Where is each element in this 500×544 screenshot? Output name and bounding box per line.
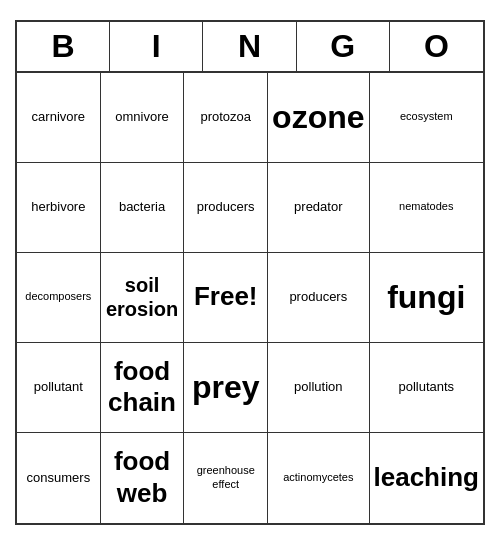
bingo-cell-6: bacteria: [101, 163, 185, 253]
bingo-cell-18: pollution: [268, 343, 369, 433]
cell-text-22: greenhouse effect: [188, 464, 263, 490]
cell-text-0: carnivore: [32, 109, 85, 125]
cell-text-4: ecosystem: [400, 110, 453, 123]
cell-text-8: predator: [294, 199, 342, 215]
bingo-cell-12: Free!: [184, 253, 268, 343]
bingo-cell-24: leaching: [370, 433, 483, 523]
bingo-cell-5: herbivore: [17, 163, 101, 253]
bingo-header: BINGO: [17, 22, 483, 73]
bingo-cell-9: nematodes: [370, 163, 483, 253]
header-letter-b: B: [17, 22, 110, 71]
bingo-cell-17: prey: [184, 343, 268, 433]
bingo-card: BINGO carnivoreomnivoreprotozoaozoneecos…: [15, 20, 485, 525]
header-letter-n: N: [203, 22, 296, 71]
cell-text-17: prey: [192, 368, 260, 406]
cell-text-20: consumers: [27, 470, 91, 486]
cell-text-16: food chain: [105, 356, 180, 418]
cell-text-13: producers: [289, 289, 347, 305]
cell-text-12: Free!: [194, 281, 258, 312]
bingo-cell-3: ozone: [268, 73, 369, 163]
cell-text-24: leaching: [374, 462, 479, 493]
cell-text-18: pollution: [294, 379, 342, 395]
header-letter-g: G: [297, 22, 390, 71]
cell-text-1: omnivore: [115, 109, 168, 125]
bingo-cell-21: food web: [101, 433, 185, 523]
bingo-cell-7: producers: [184, 163, 268, 253]
bingo-cell-22: greenhouse effect: [184, 433, 268, 523]
cell-text-23: actinomycetes: [283, 471, 353, 484]
cell-text-19: pollutants: [398, 379, 454, 395]
bingo-cell-13: producers: [268, 253, 369, 343]
bingo-cell-10: decomposers: [17, 253, 101, 343]
cell-text-5: herbivore: [31, 199, 85, 215]
cell-text-11: soil erosion: [105, 273, 180, 321]
bingo-grid: carnivoreomnivoreprotozoaozoneecosystemh…: [17, 73, 483, 523]
bingo-cell-23: actinomycetes: [268, 433, 369, 523]
cell-text-2: protozoa: [200, 109, 251, 125]
bingo-cell-2: protozoa: [184, 73, 268, 163]
bingo-cell-0: carnivore: [17, 73, 101, 163]
cell-text-21: food web: [105, 446, 180, 508]
cell-text-10: decomposers: [25, 290, 91, 303]
header-letter-o: O: [390, 22, 483, 71]
cell-text-15: pollutant: [34, 379, 83, 395]
bingo-cell-8: predator: [268, 163, 369, 253]
header-letter-i: I: [110, 22, 203, 71]
bingo-cell-20: consumers: [17, 433, 101, 523]
bingo-cell-14: fungi: [370, 253, 483, 343]
cell-text-3: ozone: [272, 98, 364, 136]
cell-text-7: producers: [197, 199, 255, 215]
bingo-cell-1: omnivore: [101, 73, 185, 163]
cell-text-9: nematodes: [399, 200, 453, 213]
cell-text-6: bacteria: [119, 199, 165, 215]
bingo-cell-15: pollutant: [17, 343, 101, 433]
bingo-cell-4: ecosystem: [370, 73, 483, 163]
bingo-cell-16: food chain: [101, 343, 185, 433]
cell-text-14: fungi: [387, 278, 465, 316]
bingo-cell-19: pollutants: [370, 343, 483, 433]
bingo-cell-11: soil erosion: [101, 253, 185, 343]
